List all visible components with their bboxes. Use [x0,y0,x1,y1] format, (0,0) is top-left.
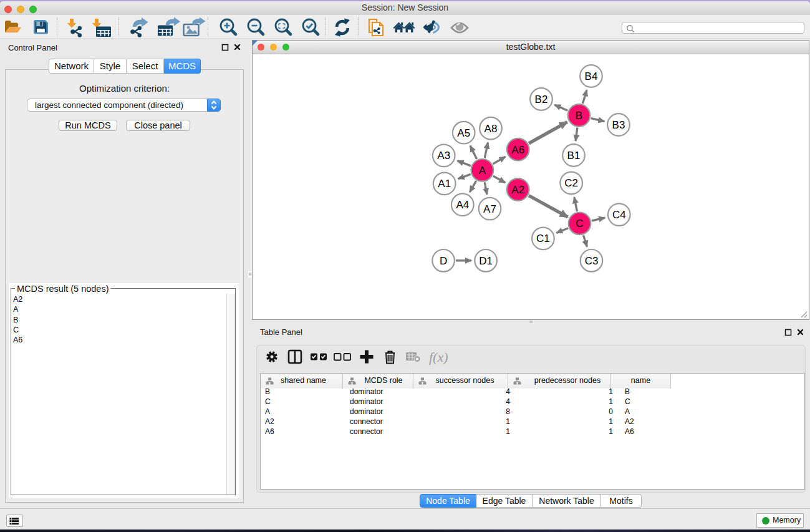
svg-text:B3: B3 [612,119,625,131]
svg-text:C3: C3 [585,255,599,267]
svg-text:B1: B1 [567,150,581,162]
svg-text:A3: A3 [437,150,450,162]
svg-text:C1: C1 [536,233,550,244]
svg-text:D: D [440,255,447,267]
svg-text:f(x): f(x) [429,349,448,365]
svg-text:A1: A1 [438,178,451,190]
svg-text:A6: A6 [511,144,524,156]
svg-text:A2: A2 [511,184,524,196]
svg-text:A4: A4 [456,199,469,211]
svg-text:A8: A8 [485,123,498,135]
svg-text:B4: B4 [585,70,598,82]
svg-text:C2: C2 [564,177,578,189]
svg-text:B: B [576,110,582,122]
svg-text:C: C [576,218,583,230]
svg-text:A: A [479,165,486,177]
svg-text:B2: B2 [535,94,548,105]
svg-text:A5: A5 [457,127,470,139]
svg-text:A7: A7 [483,203,496,215]
svg-text:D1: D1 [479,255,493,267]
svg-text:C4: C4 [612,209,626,221]
